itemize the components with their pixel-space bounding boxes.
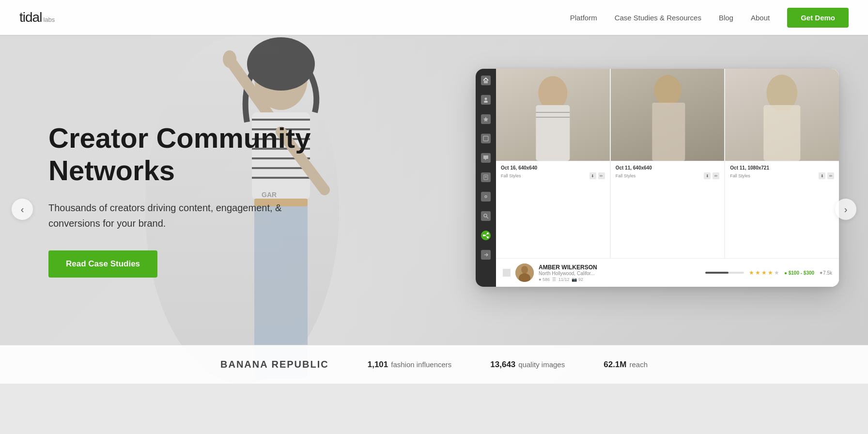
star-5: ★ bbox=[774, 269, 779, 276]
nav-case-studies[interactable]: Case Studies & Resources bbox=[615, 14, 701, 22]
stats-images-number: 13,643 bbox=[490, 360, 515, 370]
logo[interactable]: tidal labs bbox=[19, 10, 55, 25]
app-sidebar-home-icon[interactable] bbox=[481, 76, 491, 85]
svg-point-25 bbox=[484, 214, 487, 217]
star-1: ★ bbox=[749, 269, 754, 276]
star-3: ★ bbox=[761, 269, 767, 276]
app-sidebar-share-icon[interactable] bbox=[481, 231, 491, 240]
app-sidebar-arrow-icon[interactable] bbox=[481, 250, 491, 260]
app-sidebar-search-icon[interactable] bbox=[481, 211, 491, 221]
stats-brand: BANANA REPUBLIC bbox=[220, 359, 329, 370]
stats-item-2: 13,643 quality images bbox=[490, 360, 565, 370]
app-image-card-1: Oct 16, 640x640 Fall Styles ⬇ ✏ bbox=[496, 69, 611, 258]
stats-item-1: 1,101 fashion influencers bbox=[368, 360, 452, 370]
svg-rect-39 bbox=[764, 105, 801, 161]
svg-line-26 bbox=[487, 217, 489, 219]
app-screenshot: Oct 16, 640x640 Fall Styles ⬇ ✏ bbox=[476, 69, 839, 287]
stats-influencers-label: fashion influencers bbox=[391, 360, 451, 369]
app-image-card-2: Oct 11, 640x640 Fall Styles ⬇ ✏ bbox=[611, 69, 726, 258]
app-sidebar-people-icon[interactable] bbox=[481, 95, 491, 105]
app-creator-price: ● $100 - $300 bbox=[784, 270, 814, 276]
app-image-card-3: Oct 11, 1080x721 Fall Styles ⬇ ✏ bbox=[725, 69, 839, 258]
svg-point-32 bbox=[538, 76, 567, 110]
get-demo-button[interactable]: Get Demo bbox=[787, 8, 849, 28]
svg-point-29 bbox=[487, 236, 489, 238]
app-sidebar bbox=[476, 69, 496, 287]
app-creator-stats-text: ● 586 ☰ 11/12 📷 92 bbox=[539, 277, 583, 282]
navbar: tidal labs Platform Case Studies & Resou… bbox=[0, 0, 868, 35]
svg-point-27 bbox=[487, 232, 489, 234]
app-sidebar-image-icon[interactable] bbox=[481, 134, 491, 143]
nav-links: Platform Case Studies & Resources Blog A… bbox=[570, 8, 849, 28]
stats-influencers-number: 1,101 bbox=[368, 360, 388, 370]
star-2: ★ bbox=[755, 269, 760, 276]
nav-blog[interactable]: Blog bbox=[719, 14, 733, 22]
svg-point-24 bbox=[485, 196, 487, 198]
svg-rect-37 bbox=[652, 103, 685, 161]
app-creator-stats: ● 586 ☰ 11/12 📷 92 bbox=[539, 277, 700, 282]
hero-prev-arrow[interactable]: ‹ bbox=[12, 199, 33, 220]
stats-reach-number: 62.1M bbox=[604, 360, 626, 370]
stats-bar: BANANA REPUBLIC 1,101 fashion influencer… bbox=[0, 345, 868, 384]
app-main-content: Oct 16, 640x640 Fall Styles ⬇ ✏ bbox=[496, 69, 839, 287]
nav-platform[interactable]: Platform bbox=[570, 14, 597, 22]
svg-point-28 bbox=[483, 234, 485, 236]
hero-title: Creator Community Networks bbox=[48, 122, 329, 186]
app-creator-name: AMBER WILKERSON bbox=[539, 264, 700, 271]
svg-point-18 bbox=[484, 101, 488, 103]
logo-tidal: tidal bbox=[19, 10, 42, 25]
nav-about[interactable]: About bbox=[751, 14, 770, 22]
svg-rect-33 bbox=[536, 105, 570, 161]
app-sidebar-chat-icon[interactable] bbox=[481, 153, 491, 163]
app-creator-progress-bar bbox=[705, 272, 744, 274]
app-images-container: Oct 16, 640x640 Fall Styles ⬇ ✏ bbox=[496, 69, 839, 258]
app-sidebar-settings-icon[interactable] bbox=[481, 192, 491, 202]
app-creator-progress-fill bbox=[705, 272, 728, 274]
svg-point-3 bbox=[223, 50, 236, 68]
hero-section: GAR Creator Community Networks Thousands… bbox=[0, 35, 868, 384]
svg-rect-16 bbox=[484, 80, 488, 83]
app-sidebar-star-icon[interactable] bbox=[481, 114, 491, 124]
stats-item-3: 62.1M reach bbox=[604, 360, 648, 370]
hero-subtitle: Thousands of creators driving content, e… bbox=[48, 200, 329, 231]
logo-labs: labs bbox=[43, 16, 55, 23]
stats-reach-label: reach bbox=[629, 360, 648, 369]
app-creator-info: AMBER WILKERSON North Hollywood, Califor… bbox=[539, 264, 700, 282]
svg-point-17 bbox=[485, 98, 487, 100]
svg-point-1 bbox=[247, 37, 315, 91]
stats-images-label: quality images bbox=[518, 360, 565, 369]
app-creator-location: North Hollywood, Califor... bbox=[539, 271, 700, 276]
svg-marker-19 bbox=[483, 117, 488, 122]
svg-point-41 bbox=[521, 266, 528, 274]
app-sidebar-doc-icon[interactable] bbox=[481, 172, 491, 182]
app-creator-score: ✦7.5k bbox=[819, 270, 832, 276]
app-creator-color-indicator bbox=[503, 269, 511, 277]
svg-point-36 bbox=[654, 75, 681, 106]
app-creator-row: AMBER WILKERSON North Hollywood, Califor… bbox=[496, 258, 839, 287]
svg-rect-20 bbox=[483, 136, 488, 141]
hero-next-arrow[interactable]: › bbox=[835, 199, 856, 220]
app-creator-avatar bbox=[515, 264, 534, 282]
star-4: ★ bbox=[768, 269, 773, 276]
app-creator-rating: ★ ★ ★ ★ ★ bbox=[749, 269, 779, 276]
read-case-studies-button[interactable]: Read Case Studies bbox=[48, 250, 157, 278]
hero-content: Creator Community Networks Thousands of … bbox=[48, 122, 329, 278]
